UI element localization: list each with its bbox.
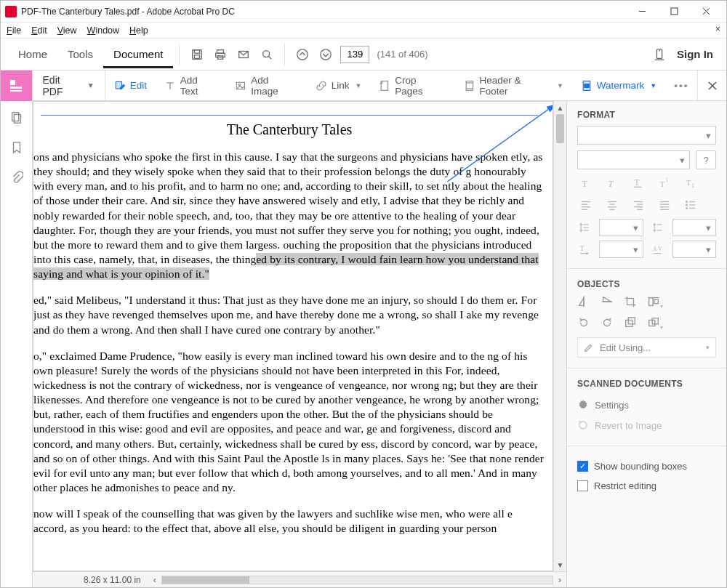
underline-icon[interactable]: T [630,175,647,191]
rotate-cw-icon[interactable] [601,316,614,331]
add-image-button[interactable]: Add Image [226,71,306,100]
bold-icon[interactable]: T [577,175,595,191]
svg-rect-4 [193,49,202,59]
svg-text:V: V [658,246,662,252]
svg-rect-6 [195,55,200,58]
scanned-settings-item[interactable]: Settings [577,395,716,415]
thumbnails-icon[interactable] [10,111,23,126]
color-help-button[interactable]: ? [696,150,716,169]
flip-horizontal-icon[interactable] [601,295,614,310]
menu-view[interactable]: View [57,25,77,36]
align-center-icon[interactable] [603,197,621,213]
svg-rect-1 [671,8,678,15]
close-edit-toolbar-button[interactable] [697,71,726,100]
paragraph-spacing-combo[interactable]: ▾ [672,219,717,236]
document-area: ◀ The Canterbury Tales ons and physician… [33,101,566,587]
scroll-down-arrow[interactable]: ▼ [554,558,566,571]
horizontal-scrollbar[interactable]: ‹ › [148,575,566,585]
save-icon[interactable] [185,43,209,66]
edit-pdf-toolbar: Edit PDF▼ Edit Add Text Add Image Link▼ … [1,71,726,101]
watermark-button[interactable]: Watermark▼ [572,71,665,100]
edit-pdf-label: Edit PDF [43,74,83,97]
replace-image-icon[interactable] [624,316,637,331]
svg-point-25 [239,84,241,85]
svg-text:T: T [686,178,691,187]
link-button[interactable]: Link▼ [307,71,371,100]
edit-using-label: Edit Using... [600,342,651,353]
revert-label: Revert to Image [595,420,662,431]
more-tools-button[interactable]: ••• [665,71,697,100]
edit-pdf-dropdown[interactable]: Edit PDF▼ [33,71,105,100]
tab-home[interactable]: Home [8,41,57,68]
font-size-combo[interactable]: ▾ [577,150,690,169]
flip-vertical-icon[interactable] [577,295,590,310]
svg-point-13 [297,49,308,59]
subscript-icon[interactable]: T1 [682,175,699,191]
line-spacing-combo[interactable]: ▾ [599,219,643,236]
svg-point-63 [686,204,688,206]
scroll-up-arrow[interactable]: ▲ [554,101,566,114]
page-up-icon[interactable] [291,43,314,66]
show-bounding-boxes-checkbox[interactable]: Show bounding boxes [577,456,716,476]
crop-image-icon[interactable] [624,295,637,310]
print-icon[interactable] [209,43,232,66]
menu-bar: File Edit View Window Help × [1,23,726,39]
edit-label: Edit [130,80,147,91]
email-icon[interactable] [232,43,255,66]
menu-window[interactable]: Window [87,25,119,36]
italic-icon[interactable]: T [603,175,621,191]
hscroll-thumb[interactable] [162,576,249,584]
align-justify-icon[interactable] [656,197,673,213]
show-bb-label: Show bounding boxes [594,461,687,472]
svg-rect-18 [10,80,15,85]
maximize-button[interactable] [658,1,690,22]
rotate-ccw-icon[interactable] [577,316,590,331]
tab-tools[interactable]: Tools [57,41,103,68]
add-text-button[interactable]: Add Text [156,71,226,100]
svg-text:1: 1 [666,177,669,182]
search-icon[interactable] [255,43,278,66]
tab-document[interactable]: Document [103,41,173,68]
list-icon[interactable] [682,197,699,213]
menu-edit[interactable]: Edit [31,25,47,36]
menu-file[interactable]: File [7,25,21,36]
vertical-scrollbar[interactable]: ▲ ▼ [553,101,566,571]
objects-heading: OBJECTS [577,279,716,289]
align-left-icon[interactable] [577,197,595,213]
close-window-button[interactable] [690,1,722,22]
horizontal-scale-combo[interactable]: ▾ [599,241,643,258]
align-right-icon[interactable] [630,197,647,213]
menu-help[interactable]: Help [129,25,148,36]
svg-rect-8 [216,53,225,57]
edit-pdf-tool-icon[interactable] [1,71,33,101]
vscroll-thumb[interactable] [556,114,564,143]
svg-rect-5 [195,49,200,53]
bookmarks-icon[interactable] [10,141,23,156]
attachments-icon[interactable] [10,171,23,186]
restrict-editing-checkbox[interactable]: Restrict editing [577,476,716,496]
document-page[interactable]: The Canterbury Tales ons and physicians … [33,101,553,571]
hscroll-right-arrow[interactable]: › [553,575,566,585]
superscript-icon[interactable]: T1 [656,175,673,191]
sign-in-button[interactable]: Sign In [671,48,719,60]
crop-pages-button[interactable]: Crop Pages [370,71,454,100]
mobile-link-icon[interactable] [648,43,671,66]
header-footer-button[interactable]: Header & Footer▼ [455,71,572,100]
crop-label: Crop Pages [395,75,446,97]
edit-button[interactable]: Edit [105,71,156,100]
svg-point-65 [686,208,688,209]
add-text-label: Add Text [180,75,218,97]
svg-rect-7 [217,49,224,53]
font-family-combo[interactable]: ▾ [577,126,716,145]
arrange-icon[interactable]: ▾ [647,316,663,331]
char-spacing-combo[interactable]: ▾ [672,241,717,258]
page-number-input[interactable] [340,46,369,63]
hscroll-left-arrow[interactable]: ‹ [148,575,161,585]
align-objects-icon[interactable]: ▾ [647,295,663,310]
edit-using-dropdown[interactable]: Edit Using... ▾ [577,337,716,358]
page-count-label: (141 of 406) [377,49,427,60]
svg-rect-88 [654,299,658,303]
page-down-icon[interactable] [314,43,337,66]
minimize-button[interactable] [626,1,658,22]
menu-close-icon[interactable]: × [715,24,720,34]
